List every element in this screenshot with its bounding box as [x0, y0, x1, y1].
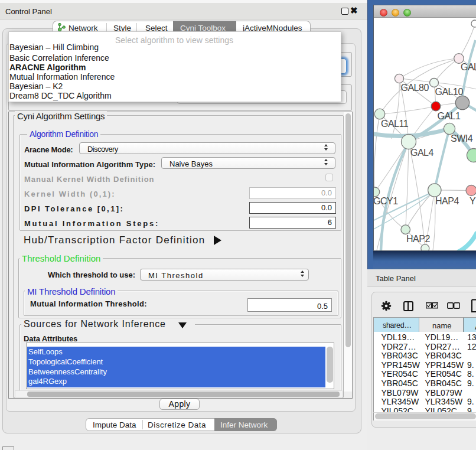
svg-text:SWI4: SWI4	[451, 133, 473, 144]
svg-text:Y: Y	[470, 196, 476, 206]
svg-text:HAP2: HAP2	[406, 234, 430, 244]
svg-text:GAL11: GAL11	[381, 119, 409, 129]
svg-text:GAL10: GAL10	[435, 87, 464, 97]
svg-text:GAL4: GAL4	[410, 148, 434, 158]
svg-text:GAL1: GAL1	[438, 111, 461, 121]
svg-text:GAL80: GAL80	[401, 83, 429, 93]
svg-text:HAP4: HAP4	[435, 196, 459, 206]
svg-text:GAL: GAL	[461, 62, 476, 72]
svg-text:GCY1: GCY1	[374, 196, 398, 206]
